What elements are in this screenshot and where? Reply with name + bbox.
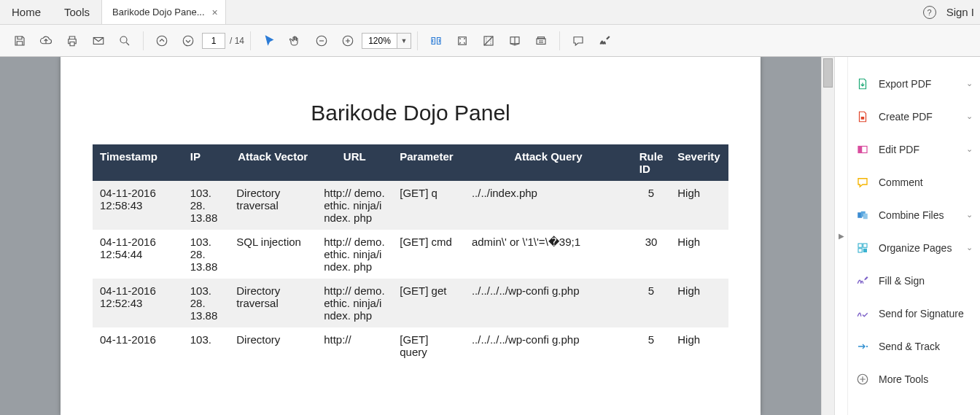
table-cell: 04-11-2016 12:58:43 [93,181,183,230]
table-cell: ../../../../wp-confi g.php [464,327,632,364]
page-current-input[interactable] [202,33,225,49]
panel-item-label: Send for Signature [879,308,973,319]
panel-item[interactable]: Create PDF⌄ [851,100,977,133]
svg-rect-19 [858,248,862,252]
sign-in-button[interactable]: Sign I [946,6,974,18]
svg-point-3 [183,36,193,46]
top-nav: Home Tools Barikode Dojo Pane... × ? Sig… [0,0,980,25]
send-signature-icon [855,306,870,321]
fill-sign-icon [855,274,870,288]
panel-item[interactable]: Comment [851,166,977,198]
chevron-down-icon: ⌄ [966,79,973,88]
table-cell: 103. 28. 13.88 [183,181,229,230]
col-query: Attack Query [464,144,632,181]
export-pdf-icon [855,77,870,91]
chevron-down-icon: ⌄ [966,210,973,220]
table-cell: [GET] get [392,279,464,327]
svg-rect-17 [858,244,862,247]
toolbar: / 14 ▼ [0,25,980,57]
table-cell: 103. 28. 13.88 [183,279,229,327]
combine-files-icon [855,208,870,222]
report-table: Timestamp IP Attack Vector URL Parameter… [93,144,728,364]
nav-home[interactable]: Home [0,0,52,24]
chevron-down-icon: ⌄ [966,243,973,252]
svg-point-1 [120,36,127,43]
table-cell: High [670,327,728,364]
zoom-out-icon[interactable] [309,28,334,53]
panel-collapse-icon[interactable]: ▶ [835,57,848,415]
mail-icon[interactable] [86,28,111,53]
pointer-icon[interactable] [257,28,281,53]
organize-pages-icon [855,241,870,255]
svg-rect-10 [538,36,545,38]
col-severity: Severity [670,144,728,181]
page-up-icon[interactable] [149,28,174,53]
panel-item[interactable]: Export PDF⌄ [851,67,977,100]
table-cell: http:// demo.ethic. ninja/index. php [316,181,392,230]
document-tab[interactable]: Barikode Dojo Pane... × [101,0,226,24]
fit-width-icon[interactable] [424,28,448,53]
panel-item-label: Comment [879,177,973,188]
comment-panel-icon [855,175,870,190]
panel-item-label: Organize Pages [879,242,966,254]
panel-item[interactable]: Fill & Sign [851,264,977,297]
col-rule: Rule ID [632,144,671,181]
table-cell: High [670,279,728,327]
zoom-input[interactable] [362,33,397,49]
col-param: Parameter [392,144,464,181]
table-cell: Directory [229,327,316,364]
table-cell: 04-11-2016 12:54:44 [93,230,183,279]
help-icon[interactable]: ? [923,6,936,19]
close-icon[interactable]: × [212,7,218,18]
page-down-icon[interactable] [176,28,201,53]
panel-item[interactable]: Organize Pages⌄ [851,231,977,264]
table-row: 04-11-2016 12:58:43103. 28. 13.88Directo… [93,181,728,230]
table-cell: ../../../../wp-confi g.php [464,279,632,327]
print-icon[interactable] [60,28,85,53]
create-pdf-icon [855,109,870,124]
table-cell: 5 [632,279,671,327]
panel-item-label: Create PDF [879,111,966,123]
vertical-scrollbar[interactable] [821,57,834,415]
panel-item-label: Edit PDF [879,144,966,155]
fit-page-icon[interactable] [450,28,475,53]
cloud-icon[interactable] [34,28,58,53]
zoom-in-icon[interactable] [335,28,360,53]
svg-rect-20 [863,248,867,252]
hand-icon[interactable] [283,28,308,53]
table-cell: [GET] q [392,181,464,230]
svg-point-2 [157,36,167,46]
svg-rect-13 [858,146,862,152]
table-cell: 30 [632,230,671,279]
panel-item[interactable]: Combine Files⌄ [851,198,977,231]
chevron-down-icon: ⌄ [966,112,973,121]
panel-item[interactable]: Edit PDF⌄ [851,133,977,166]
zoom-selector: ▼ [362,33,411,49]
save-icon[interactable] [7,28,32,53]
table-cell: 5 [632,181,671,230]
read-mode-icon[interactable] [502,28,527,53]
tools-panel: ▶ Export PDF⌄Create PDF⌄Edit PDF⌄Comment… [834,57,980,415]
document-viewport[interactable]: Barikode Dojo Panel Timestamp IP Attack … [0,57,821,415]
panel-item-label: Combine Files [879,209,966,221]
fullscreen-icon[interactable] [476,28,501,53]
zoom-dropdown-icon[interactable]: ▼ [397,33,411,49]
panel-item-label: More Tools [879,373,973,385]
scrollbar-thumb[interactable] [823,58,833,88]
table-cell: http:// demo.ethic. ninja/index. php [316,230,392,279]
nav-tools[interactable]: Tools [52,0,101,24]
more-tools-icon[interactable] [529,28,553,53]
sign-icon[interactable] [592,28,617,53]
table-cell: 5 [632,327,671,364]
svg-rect-16 [863,213,868,219]
table-cell: http:// demo.ethic. ninja/index. php [316,279,392,327]
panel-item[interactable]: Send & Track [851,330,977,362]
table-cell: http:// [316,327,392,364]
table-cell: ../../index.php [464,181,632,230]
col-vector: Attack Vector [229,144,316,181]
comment-icon[interactable] [566,28,591,53]
svg-rect-18 [863,244,867,247]
search-icon[interactable] [112,28,137,53]
panel-item[interactable]: More Tools [851,362,977,395]
panel-item[interactable]: Send for Signature [851,297,977,330]
